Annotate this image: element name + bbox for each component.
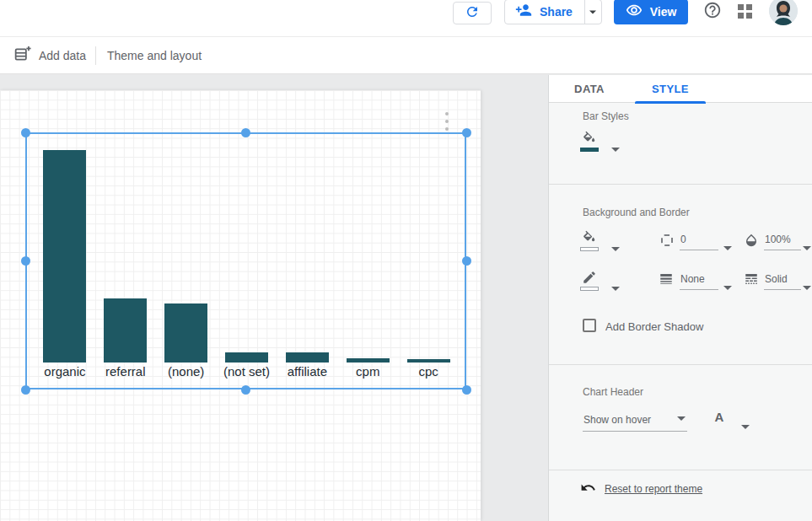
- chevron-down-icon: [803, 246, 811, 250]
- bar-fill-color-button[interactable]: [579, 131, 600, 153]
- bar-label: affiliate: [277, 364, 337, 379]
- resize-handle[interactable]: [462, 385, 471, 395]
- bar-organic[interactable]: [43, 150, 86, 363]
- bar-slot: [217, 150, 277, 363]
- corner-radius-caret[interactable]: [722, 237, 734, 255]
- theme-and-layout-button[interactable]: Theme and layout: [107, 37, 202, 74]
- border-style-input[interactable]: Solid: [764, 273, 801, 290]
- chevron-down-icon: [741, 425, 750, 429]
- bar-label: referral: [95, 364, 156, 379]
- border-style-icon: [744, 271, 759, 290]
- border-weight-input[interactable]: None: [680, 273, 718, 290]
- reset-to-report-theme-link[interactable]: Reset to report theme: [605, 483, 702, 495]
- share-button[interactable]: Share: [505, 0, 584, 24]
- chevron-down-icon: [723, 286, 732, 290]
- border-color-caret[interactable]: [610, 277, 621, 296]
- edit-toolbar: Add data Theme and layout: [0, 37, 812, 74]
- bar-referral[interactable]: [104, 298, 147, 363]
- person-add-icon: [515, 2, 532, 22]
- text-color-icon: A: [710, 411, 729, 423]
- resize-handle[interactable]: [241, 385, 250, 395]
- bar-notset[interactable]: [225, 352, 268, 363]
- bar-cpm[interactable]: [347, 358, 390, 363]
- bar-styles-title: Bar Styles: [583, 110, 629, 122]
- chart-header-display-value: Show on hover: [583, 414, 651, 426]
- paint-bucket-icon: [581, 230, 598, 245]
- background-color-button[interactable]: [579, 230, 600, 253]
- bar-slot: [156, 150, 217, 363]
- chevron-down-icon: [611, 148, 620, 152]
- panel-tabs: DATASTYLE: [549, 75, 812, 103]
- border-weight-caret[interactable]: [722, 277, 734, 295]
- bar-none[interactable]: [164, 303, 207, 363]
- opacity-caret[interactable]: [801, 237, 812, 255]
- line-weight-icon: [659, 271, 674, 290]
- opacity-icon: [744, 232, 759, 252]
- bar-color-caret[interactable]: [610, 138, 621, 157]
- chevron-down-icon: [611, 287, 620, 291]
- border-color-button[interactable]: [579, 270, 600, 293]
- corner-radius-value: 0: [680, 234, 686, 245]
- resize-handle[interactable]: [21, 256, 30, 266]
- background-color-swatch: [580, 247, 599, 251]
- section-divider: [549, 184, 812, 185]
- paint-bucket-icon: [581, 131, 598, 146]
- bar-affiliate[interactable]: [286, 352, 329, 363]
- border-color-swatch: [580, 287, 599, 291]
- share-split-button: Share: [504, 0, 602, 24]
- resize-handle[interactable]: [21, 128, 30, 137]
- header-text-color-caret[interactable]: [739, 416, 751, 434]
- bar-cpc[interactable]: [407, 359, 450, 363]
- resize-handle[interactable]: [462, 128, 471, 137]
- border-shadow-label: Add Border Shadow: [605, 320, 703, 333]
- help-button[interactable]: [702, 2, 723, 22]
- tab-data[interactable]: DATA: [549, 75, 630, 103]
- bar-slot: [95, 150, 156, 363]
- tab-style[interactable]: STYLE: [630, 75, 711, 103]
- border-shadow-checkbox[interactable]: [583, 319, 596, 332]
- bar-label: organic: [35, 364, 95, 379]
- corner-radius-input[interactable]: 0: [680, 234, 718, 250]
- bar-chart[interactable]: [35, 150, 459, 363]
- resize-handle[interactable]: [241, 128, 250, 137]
- bar-slot: [35, 150, 95, 363]
- refresh-button[interactable]: [453, 2, 492, 24]
- grid-icon: [737, 3, 753, 23]
- resize-handle[interactable]: [21, 385, 30, 395]
- view-button[interactable]: View: [614, 0, 688, 24]
- opacity-input[interactable]: 100%: [764, 234, 801, 250]
- background-color-caret[interactable]: [610, 238, 621, 256]
- chart-header-display-select[interactable]: Show on hover: [583, 414, 687, 432]
- properties-panel: DATASTYLE Bar Styles Background and Bord…: [548, 75, 812, 521]
- apps-grid-button[interactable]: [735, 3, 754, 22]
- header-text-color-button[interactable]: A: [710, 411, 729, 423]
- pencil-icon: [582, 270, 597, 285]
- opacity-value: 100%: [765, 234, 791, 245]
- resize-handle[interactable]: [462, 256, 471, 266]
- report-canvas[interactable]: organicreferral(none)(not set)affiliatec…: [0, 90, 481, 521]
- add-data-icon: [13, 46, 31, 66]
- corner-radius-icon: [661, 234, 673, 246]
- border-weight-value: None: [680, 273, 705, 285]
- user-avatar[interactable]: [769, 0, 798, 25]
- background-border-title: Background and Border: [583, 207, 690, 218]
- share-options-caret[interactable]: [584, 0, 601, 24]
- avatar-image: [769, 0, 798, 25]
- chart-header-title: Chart Header: [583, 386, 643, 398]
- bar-label: (not set): [217, 364, 277, 379]
- chevron-down-icon: [589, 10, 596, 13]
- border-style-caret[interactable]: [801, 277, 812, 295]
- chevron-down-icon: [803, 286, 811, 290]
- chevron-down-icon: [723, 246, 732, 250]
- help-icon: [703, 1, 722, 23]
- section-divider: [549, 470, 812, 470]
- bar-slot: [337, 150, 398, 363]
- add-data-button[interactable]: Add data: [13, 37, 86, 74]
- bar-label: (none): [156, 364, 217, 379]
- bar-label: cpc: [398, 364, 459, 379]
- bar-color-swatch: [580, 148, 599, 152]
- add-data-label: Add data: [39, 49, 86, 62]
- share-button-label: Share: [540, 5, 573, 19]
- chart-options-menu[interactable]: [442, 112, 452, 131]
- bar-chart-category-labels: organicreferral(none)(not set)affiliatec…: [35, 364, 459, 379]
